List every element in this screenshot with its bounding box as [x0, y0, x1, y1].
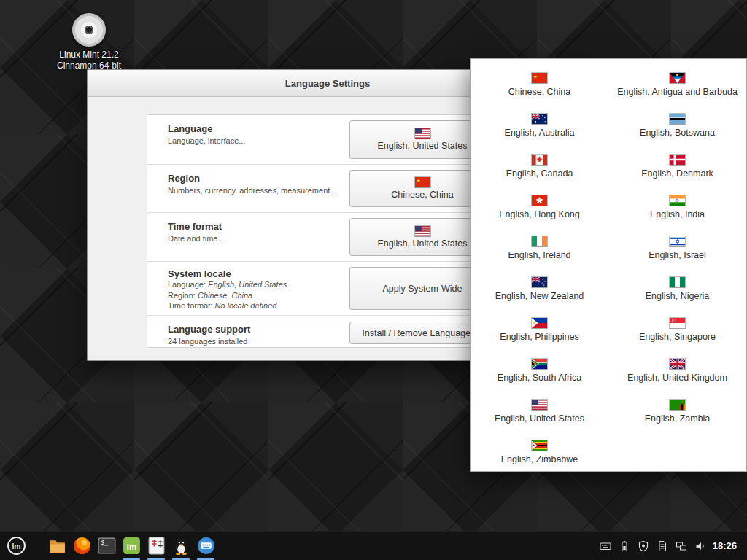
flag-cn-icon — [532, 73, 547, 83]
language-option-label: English, Nigeria — [646, 291, 710, 301]
language-option[interactable]: English, Canada — [471, 146, 608, 187]
language-option-label: English, Canada — [506, 168, 573, 179]
mint-installer-icon: lm — [122, 536, 142, 556]
window-title: Language Settings — [285, 78, 370, 89]
tray-keyboard-icon[interactable] — [600, 540, 612, 552]
firefox-icon — [72, 536, 92, 556]
taskbar-clock[interactable]: 18:26 — [713, 540, 737, 551]
terminal-icon: $_ — [97, 536, 117, 556]
desktop-icon-linux-mint-iso[interactable]: Linux Mint 21.2 Cinnamon 64-bit — [42, 13, 136, 71]
language-option[interactable]: English, Botswana — [608, 105, 746, 146]
launcher-firefox[interactable] — [69, 532, 94, 560]
flag-cn-icon — [415, 177, 430, 187]
desktop-icon-label: Linux Mint 21.2 Cinnamon 64-bit — [42, 50, 136, 71]
flag-za-icon — [532, 359, 547, 369]
language-option[interactable]: English, Singapore — [608, 309, 746, 350]
language-option-label: English, Zimbabwe — [501, 454, 578, 464]
language-option-label: English, New Zealand — [495, 291, 584, 301]
flag-bw-icon — [670, 114, 685, 124]
language-option[interactable]: English, South Africa — [471, 350, 608, 391]
language-option-label: English, India — [650, 209, 705, 219]
language-option[interactable]: English, Australia — [471, 105, 608, 146]
language-option[interactable]: English, Ireland — [471, 228, 608, 268]
tray-document-icon[interactable] — [657, 540, 669, 552]
language-option[interactable]: English, Zambia — [608, 391, 746, 432]
flag-ag-icon — [670, 73, 685, 83]
flag-dk-icon — [670, 155, 685, 165]
flag-il-icon — [670, 236, 685, 246]
files-icon — [47, 536, 67, 556]
button-label: Install / Remove Languages... — [362, 328, 482, 338]
flag-in-icon — [670, 195, 685, 206]
language-option[interactable]: English, Philippines — [471, 309, 608, 350]
button-label: English, United States — [378, 141, 468, 151]
language-option[interactable]: English, Denmark — [608, 146, 746, 187]
taskbar-panel: lm $_lm 18:26 — [0, 531, 747, 560]
flag-ca-icon — [532, 155, 547, 165]
flag-ph-icon — [532, 318, 547, 328]
launcher-files[interactable] — [44, 532, 69, 560]
tray-network-icon[interactable] — [676, 540, 688, 552]
launcher-input-config[interactable] — [144, 532, 169, 560]
language-option-label: English, Australia — [505, 128, 575, 138]
language-option-label: English, Botswana — [640, 128, 715, 138]
language-option-label: English, Singapore — [639, 332, 716, 342]
disc-icon — [72, 13, 106, 47]
flag-zm-icon — [670, 400, 685, 410]
svg-text:$_: $_ — [101, 539, 108, 546]
language-option-label: English, Ireland — [508, 250, 570, 260]
flag-ie-icon — [532, 236, 547, 246]
input-method-icon — [196, 536, 216, 556]
language-option[interactable]: English, United States — [471, 391, 608, 432]
system-tray — [600, 540, 707, 552]
mint-menu-button[interactable]: lm — [4, 532, 28, 560]
launcher-tux[interactable] — [169, 532, 193, 560]
flag-nz-icon — [532, 277, 547, 287]
language-option[interactable]: English, Antigua and Barbuda — [608, 64, 746, 105]
language-option[interactable]: English, Hong Kong — [471, 187, 608, 228]
svg-text:lm: lm — [12, 542, 20, 551]
language-option-label: English, Philippines — [500, 332, 578, 342]
launcher-terminal[interactable]: $_ — [94, 532, 119, 560]
tux-icon — [171, 536, 191, 556]
tray-volume-icon[interactable] — [694, 540, 707, 552]
tray-shield-icon[interactable] — [638, 540, 650, 552]
language-option-label: English, Antigua and Barbuda — [617, 87, 738, 97]
language-option[interactable]: English, Israel — [608, 228, 746, 268]
launcher-input-method[interactable] — [193, 532, 218, 560]
tray-battery-icon[interactable] — [619, 540, 631, 552]
language-option-label: English, United States — [495, 413, 584, 424]
flag-au-icon — [532, 114, 547, 124]
button-label: Chinese, China — [391, 190, 453, 200]
language-option-label: English, Hong Kong — [499, 209, 580, 219]
flag-hk-icon — [532, 195, 547, 206]
flag-ng-icon — [670, 277, 685, 287]
language-option-label: English, Israel — [649, 250, 706, 260]
language-option[interactable]: English, United Kingdom — [608, 350, 746, 391]
flag-us-icon — [532, 400, 547, 410]
language-option[interactable]: Chinese, China — [471, 64, 608, 105]
language-option[interactable]: English, Zimbabwe — [471, 432, 608, 472]
button-label: Apply System-Wide — [382, 284, 462, 294]
svg-text:lm: lm — [126, 542, 136, 551]
language-option[interactable]: English, Nigeria — [608, 268, 746, 309]
flag-us-icon — [415, 226, 430, 236]
language-picker-popup: Chinese, ChinaEnglish, Antigua and Barbu… — [470, 58, 747, 472]
language-option-label: English, South Africa — [498, 373, 581, 383]
flag-sg-icon — [670, 318, 685, 328]
launcher-area: $_lm — [44, 532, 218, 560]
language-option-label: English, Zambia — [645, 413, 711, 424]
flag-gb-icon — [670, 359, 685, 369]
language-option-label: English, United Kingdom — [627, 373, 727, 383]
language-option-label: Chinese, China — [508, 87, 570, 97]
button-label: English, United States — [378, 238, 468, 249]
input-config-icon — [147, 536, 166, 556]
flag-us-icon — [415, 128, 430, 139]
language-option-label: English, Denmark — [641, 168, 713, 179]
launcher-mint-installer[interactable]: lm — [119, 532, 144, 560]
language-option[interactable]: English, New Zealand — [471, 268, 608, 309]
language-option[interactable]: English, India — [608, 187, 746, 228]
flag-zw-icon — [532, 440, 547, 451]
mint-logo-icon: lm — [7, 536, 26, 556]
